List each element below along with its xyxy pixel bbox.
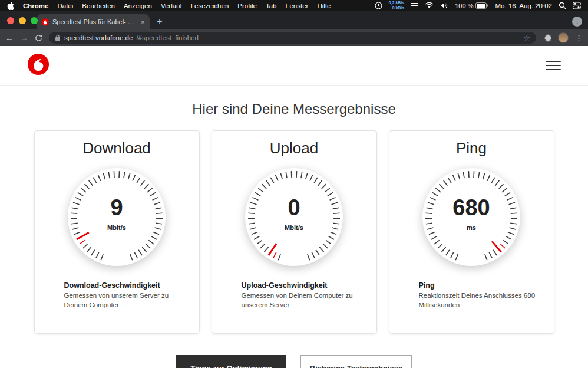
vodafone-logo[interactable]: [27, 53, 49, 78]
menu-item-anzeigen[interactable]: Anzeigen: [124, 2, 152, 9]
upload-gauge: 0 Mbit/s: [244, 167, 344, 267]
bookmark-star-icon[interactable]: ☆: [523, 34, 530, 42]
upload-unit: Mbit/s: [244, 224, 344, 231]
browser-tab[interactable]: Speedtest Plus für Kabel- und ×: [37, 14, 150, 29]
ping-unit: ms: [421, 224, 521, 231]
extensions-puzzle-icon[interactable]: [543, 34, 551, 42]
forward-button[interactable]: →: [20, 34, 28, 42]
upload-value: 0: [244, 196, 344, 219]
results-cards: Download 9 Mbit/s Download-Geschwindigke…: [0, 130, 588, 334]
tab-title: Speedtest Plus für Kabel- und: [52, 18, 137, 25]
url-host: speedtest.vodafone.de: [64, 34, 133, 41]
card-title-download: Download: [35, 139, 199, 157]
battery-status[interactable]: 100 %: [455, 2, 488, 9]
action-buttons: Tipps zur Optimierung Bisherige Testerge…: [0, 355, 588, 368]
download-gauge: 9 Mbit/s: [67, 167, 167, 267]
net-down: 0 kB/s: [389, 6, 404, 11]
page-title: Hier sind Deine Messergebnisse: [0, 101, 588, 117]
menu-item-datei[interactable]: Datei: [57, 2, 73, 9]
time-machine-icon[interactable]: [375, 2, 382, 9]
volume-icon[interactable]: [440, 2, 448, 9]
menu-item-hilfe[interactable]: Hilfe: [317, 2, 331, 9]
menu-item-chrome[interactable]: Chrome: [23, 2, 48, 9]
previous-results-button[interactable]: Bisherige Testergebnisse: [300, 355, 412, 368]
upload-info: Upload-Geschwindigkeit Gemessen von Dein…: [242, 281, 376, 310]
apple-icon[interactable]: [7, 2, 14, 10]
tab-close-icon[interactable]: ×: [140, 18, 145, 26]
window-close-button[interactable]: [7, 17, 14, 24]
chrome-toolbar: ← → speedtest.vodafone.de/#speedtest_fin…: [0, 29, 588, 46]
download-value: 9: [67, 196, 167, 219]
profile-avatar[interactable]: [558, 32, 569, 43]
menu-item-verlauf[interactable]: Verlauf: [161, 2, 182, 9]
menu-item-bearbeiten[interactable]: Bearbeiten: [82, 2, 115, 9]
wifi-icon[interactable]: [425, 2, 434, 9]
ping-gauge: 680 ms: [421, 167, 521, 267]
ping-desc: Reaktionszeit Deines Anschlusses 680 Mil…: [419, 291, 540, 310]
ping-card: Ping 680 ms Ping Reaktionszeit Deines An…: [389, 130, 554, 334]
lock-icon[interactable]: [55, 34, 61, 41]
menubar-left: Chrome Datei Bearbeiten Anzeigen Verlauf…: [7, 2, 331, 10]
download-label: Download-Geschwindigkeit: [64, 281, 199, 290]
address-bar[interactable]: speedtest.vodafone.de/#speedtest_finishe…: [49, 32, 536, 44]
downloads-icon[interactable]: ↓: [572, 17, 582, 27]
ping-info: Ping Reaktionszeit Deines Anschlusses 68…: [419, 281, 554, 310]
menubar-clock[interactable]: Mo. 16. Aug. 20:02: [495, 2, 552, 9]
menu-item-profile[interactable]: Profile: [237, 2, 257, 9]
tips-button[interactable]: Tipps zur Optimierung: [176, 355, 286, 368]
card-title-ping: Ping: [389, 139, 554, 157]
ping-label: Ping: [419, 281, 554, 290]
download-card: Download 9 Mbit/s Download-Geschwindigke…: [34, 130, 200, 334]
page-viewport: Hier sind Deine Messergebnisse Download …: [0, 46, 588, 368]
menu-item-tab[interactable]: Tab: [266, 2, 277, 9]
window-minimize-button[interactable]: [19, 17, 26, 24]
control-center-icon[interactable]: [573, 2, 581, 9]
menubar-status: 0,2 kB/s 0 kB/s 100 % Mo. 16. Aug. 20:02: [375, 1, 581, 11]
upload-desc: Gemessen von Deinem Computer zu unserem …: [242, 291, 362, 310]
card-title-upload: Upload: [212, 139, 376, 157]
window-zoom-button[interactable]: [31, 17, 38, 24]
ping-value: 680: [421, 196, 521, 219]
site-header: [0, 46, 588, 86]
url-path: /#speedtest_finished: [136, 34, 199, 41]
browser-menu-icon[interactable]: ⋮: [575, 34, 583, 42]
network-speed-indicator[interactable]: 0,2 kB/s 0 kB/s: [389, 1, 404, 11]
spotlight-icon[interactable]: [559, 2, 566, 9]
download-unit: Mbit/s: [67, 224, 167, 231]
macos-menubar: Chrome Datei Bearbeiten Anzeigen Verlauf…: [0, 0, 588, 11]
battery-percent: 100 %: [455, 2, 473, 9]
net-up: 0,2 kB/s: [389, 1, 404, 6]
upload-label: Upload-Geschwindigkeit: [242, 281, 376, 290]
download-desc: Gemessen von unserem Server zu Deinem Co…: [64, 291, 185, 310]
tab-favicon-vodafone: [41, 18, 49, 26]
chrome-tabstrip: Speedtest Plus für Kabel- und × + ↓: [0, 11, 588, 29]
reload-button[interactable]: [35, 34, 42, 42]
list-icon[interactable]: [411, 2, 418, 9]
download-info: Download-Geschwindigkeit Gemessen von un…: [64, 281, 199, 310]
new-tab-button[interactable]: +: [152, 14, 167, 29]
menu-item-lesezeichen[interactable]: Lesezeichen: [191, 2, 229, 9]
battery-icon: [475, 2, 488, 9]
menu-item-fenster[interactable]: Fenster: [285, 2, 308, 9]
upload-card: Upload 0 Mbit/s Upload-Geschwindigkeit G…: [212, 130, 377, 334]
back-button[interactable]: ←: [5, 34, 14, 42]
hamburger-menu-icon[interactable]: [546, 58, 561, 73]
window-controls: [7, 17, 38, 24]
